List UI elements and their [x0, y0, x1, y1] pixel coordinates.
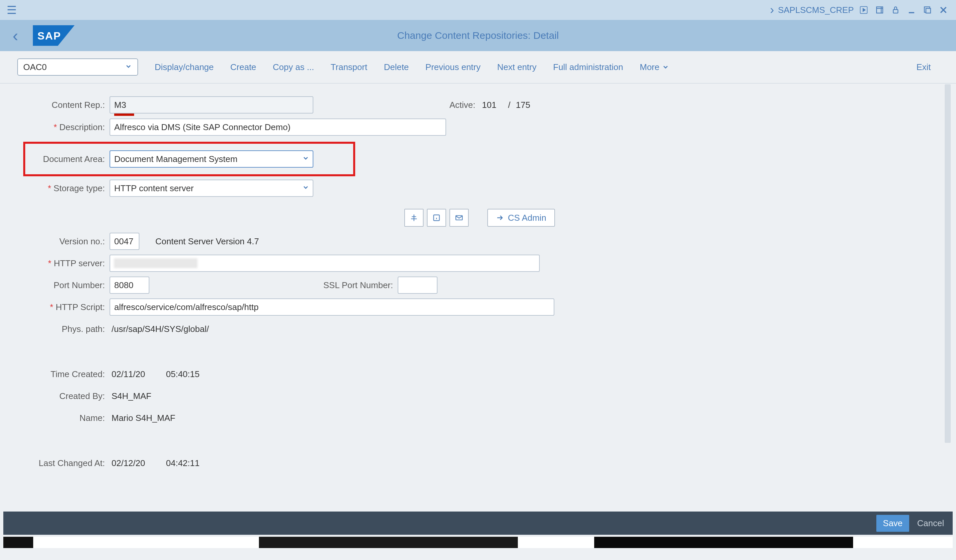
value-time-created-date: 02/11/20 — [110, 369, 166, 379]
lock-icon[interactable] — [890, 4, 901, 16]
chevron-down-icon — [302, 183, 310, 193]
minimize-icon[interactable] — [906, 4, 917, 16]
thumbnail-strip — [3, 537, 953, 548]
mail-icon-button[interactable] — [450, 209, 469, 227]
info-icon-button[interactable] — [427, 209, 446, 227]
system-topbar: ☰ › SAPLSCMS_CREP — [0, 0, 956, 20]
close-icon[interactable] — [937, 4, 949, 16]
label-document-area: Document Area: — [25, 154, 110, 164]
label-description: * Description: — [0, 122, 110, 132]
sap-logo: SAP — [33, 25, 75, 46]
cs-admin-button[interactable]: CS Admin — [487, 209, 555, 227]
chevron-down-icon — [662, 63, 669, 71]
document-area-highlight: Document Area: — [23, 142, 355, 176]
tcode-value: OAC0 — [23, 62, 47, 72]
footer-bar: Save Cancel — [3, 511, 953, 535]
tcode-dropdown[interactable]: OAC0 — [17, 58, 138, 76]
cs-admin-label: CS Admin — [508, 213, 546, 223]
menu-delete[interactable]: Delete — [384, 62, 409, 72]
hamburger-icon[interactable]: ☰ — [7, 3, 17, 17]
menu-exit[interactable]: Exit — [917, 62, 931, 72]
menu-full-administration[interactable]: Full administration — [553, 62, 623, 72]
active-sep: / — [503, 100, 516, 110]
save-button[interactable]: Save — [876, 515, 909, 532]
content-rep-marker — [114, 113, 134, 116]
field-document-area[interactable] — [110, 150, 313, 168]
svg-rect-1 — [877, 7, 883, 13]
menu-next-entry[interactable]: Next entry — [497, 62, 537, 72]
field-version-no[interactable] — [110, 233, 140, 250]
label-created-by: Created By: — [0, 391, 110, 401]
field-storage-type[interactable] — [110, 179, 313, 197]
redacted-value — [114, 259, 197, 268]
field-content-rep[interactable] — [110, 96, 313, 113]
page-title: Change Content Repositories: Detail — [397, 30, 559, 41]
label-storage-type: * Storage type: — [0, 183, 110, 193]
active-current: 101 — [476, 100, 503, 110]
menu-transport[interactable]: Transport — [331, 62, 367, 72]
label-version-no: Version no.: — [0, 236, 110, 247]
chevron-right-icon[interactable]: › — [770, 3, 774, 17]
field-description[interactable] — [110, 118, 446, 136]
label-content-rep: Content Rep.: — [0, 100, 110, 110]
menu-create[interactable]: Create — [230, 62, 256, 72]
svg-rect-4 — [926, 8, 931, 13]
chevron-down-icon — [125, 62, 132, 72]
value-last-changed-time: 04:42:11 — [166, 458, 200, 469]
form-area: Content Rep.: Active: 101 / 175 * Descri… — [0, 83, 956, 472]
vertical-scrollbar[interactable] — [945, 84, 951, 443]
label-ssl-port-number: SSL Port Number: — [319, 280, 398, 291]
svg-rect-2 — [893, 9, 898, 13]
label-phys-path: Phys. path: — [0, 324, 110, 334]
version-desc: Content Server Version 4.7 — [156, 236, 259, 247]
label-name: Name: — [0, 413, 110, 423]
app-header: ‹ SAP Change Content Repositories: Detai… — [0, 20, 956, 51]
label-http-script: * HTTP Script: — [0, 302, 110, 312]
value-time-created-time: 05:40:15 — [166, 369, 200, 379]
label-active: Active: — [450, 100, 476, 110]
value-name: Mario S4H_MAF — [110, 413, 175, 423]
value-created-by: S4H_MAF — [110, 391, 151, 401]
label-port-number: Port Number: — [0, 280, 110, 291]
cancel-button[interactable]: Cancel — [917, 518, 944, 529]
program-name: SAPLSCMS_CREP — [778, 5, 854, 15]
back-icon[interactable]: ‹ — [13, 26, 18, 45]
new-window-icon[interactable] — [874, 4, 885, 16]
menu-more[interactable]: More — [640, 62, 669, 72]
menu-previous-entry[interactable]: Previous entry — [426, 62, 481, 72]
label-last-changed: Last Changed At: — [0, 458, 110, 469]
field-ssl-port-number[interactable] — [398, 277, 437, 294]
menu-copy-as[interactable]: Copy as ... — [273, 62, 314, 72]
value-last-changed-date: 02/12/20 — [110, 458, 166, 469]
arrow-right-icon — [496, 214, 504, 222]
menubar: OAC0 Display/change Create Copy as ... T… — [0, 51, 956, 83]
menu-display-change[interactable]: Display/change — [155, 62, 214, 72]
field-http-server[interactable] — [110, 255, 540, 272]
tree-icon-button[interactable] — [404, 209, 423, 227]
field-http-script[interactable] — [110, 299, 554, 316]
field-port-number[interactable] — [110, 277, 149, 294]
value-phys-path: /usr/sap/S4H/SYS/global/ — [110, 324, 209, 334]
chevron-down-icon — [302, 154, 310, 164]
play-icon[interactable] — [858, 4, 870, 16]
menu-more-label: More — [640, 62, 659, 72]
active-total: 175 — [516, 100, 530, 110]
label-http-server: * HTTP server: — [0, 258, 110, 269]
maximize-icon[interactable] — [921, 4, 933, 16]
label-time-created: Time Created: — [0, 369, 110, 379]
logo-text: SAP — [38, 30, 61, 42]
